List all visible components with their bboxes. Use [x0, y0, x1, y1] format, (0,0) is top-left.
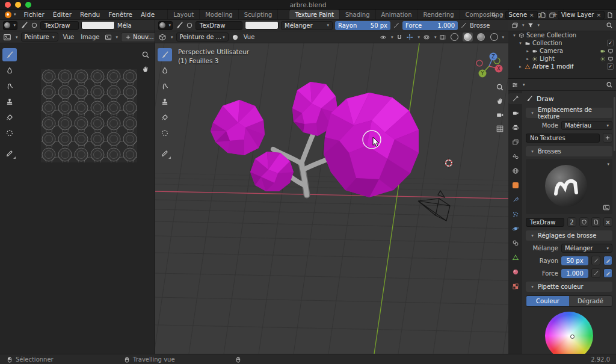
- tool-draw[interactable]: [2, 48, 17, 61]
- tool-smear[interactable]: [158, 79, 172, 93]
- editor-type-icon[interactable]: [511, 22, 519, 29]
- image-mode-dropdown[interactable]: Peinture ▾: [21, 32, 58, 42]
- unlink-brush-button[interactable]: ×: [603, 217, 612, 227]
- scene-selector[interactable]: Scene ×: [505, 11, 538, 19]
- brush-preview-panel[interactable]: ▾: [526, 159, 612, 214]
- fullscreen-window-button[interactable]: [25, 2, 31, 8]
- zoom-icon[interactable]: [496, 83, 504, 91]
- tab-physics[interactable]: [508, 223, 522, 234]
- paint-color-swatch[interactable]: [245, 21, 279, 29]
- blend-mode-dropdown-partial[interactable]: Méla: [117, 22, 132, 29]
- duplicate-brush-icon[interactable]: [591, 217, 600, 227]
- properties-scrollbar[interactable]: [614, 97, 615, 151]
- remove-view-layer-button[interactable]: ×: [596, 12, 601, 18]
- new-scene-icon[interactable]: [540, 11, 547, 19]
- tool-draw[interactable]: [158, 48, 172, 61]
- workspace-tab-texture-paint[interactable]: Texture Paint: [289, 10, 339, 19]
- texture-slot-field[interactable]: No Textures: [526, 134, 600, 143]
- pan-hand-icon[interactable]: [496, 97, 504, 105]
- outliner-row-collection[interactable]: ▾ Collection ✓: [508, 39, 616, 47]
- disclosure-icon[interactable]: ▾: [512, 33, 517, 38]
- search-icon[interactable]: [606, 81, 613, 88]
- tab-tool[interactable]: [508, 93, 522, 104]
- tool-mask[interactable]: [2, 126, 17, 140]
- tool-soften[interactable]: [158, 64, 172, 77]
- brush-tip-icon[interactable]: [186, 22, 193, 29]
- tab-material[interactable]: [508, 267, 522, 277]
- shading-rendered-toggle[interactable]: ▾: [489, 32, 505, 42]
- brush-image-icon[interactable]: [603, 204, 610, 211]
- menu-fenetre[interactable]: Fenêtre: [104, 10, 137, 19]
- menu-vue[interactable]: Vue: [61, 34, 76, 40]
- brush-name-field[interactable]: TexDraw: [196, 21, 242, 30]
- object-checkbox[interactable]: ✓: [607, 63, 614, 70]
- new-view-layer-icon[interactable]: [606, 11, 614, 19]
- outliner-row-light[interactable]: ▸ Light: [508, 55, 616, 63]
- section-color-picker[interactable]: ▾ Pipette couleur: [526, 282, 612, 292]
- workspace-tab-rendering[interactable]: Rendering: [417, 10, 460, 19]
- radius-slider[interactable]: Rayon 50 px: [335, 21, 390, 30]
- color-wheel[interactable]: [545, 312, 593, 354]
- menu-fichier[interactable]: Fichier: [20, 10, 49, 19]
- menu-aide[interactable]: Aide: [137, 10, 159, 19]
- overlays-icon[interactable]: [423, 34, 430, 41]
- tab-constraints[interactable]: [508, 238, 522, 248]
- tool-annotate[interactable]: [2, 147, 17, 160]
- fake-user-shield-icon[interactable]: [579, 217, 588, 227]
- tab-couleur[interactable]: Couleur: [526, 296, 569, 306]
- blender-menu-button[interactable]: ▾: [0, 10, 20, 19]
- radius-slider[interactable]: 50 px: [561, 256, 588, 265]
- tab-degrade[interactable]: Dégradé: [569, 296, 612, 306]
- menu-vue[interactable]: Vue: [242, 34, 257, 40]
- workspace-tab-uv-editing[interactable]: [277, 10, 289, 19]
- render-visibility-icon[interactable]: [608, 56, 614, 62]
- interaction-mode-dropdown[interactable]: Peinture de ... ▾: [176, 32, 229, 42]
- xray-toggle-icon[interactable]: [439, 34, 446, 41]
- light-data-icon[interactable]: [600, 56, 606, 62]
- strength-stylus-icon[interactable]: [603, 268, 612, 278]
- shading-material-toggle[interactable]: [476, 32, 486, 42]
- workspace-tab-shading[interactable]: Shading: [339, 10, 375, 19]
- menu-editer[interactable]: Éditer: [49, 10, 76, 19]
- chevron-down-icon[interactable]: ▾: [607, 162, 609, 167]
- tool-annotate[interactable]: [158, 147, 172, 160]
- menu-image[interactable]: Image: [79, 34, 101, 40]
- tool-clone[interactable]: [158, 95, 172, 108]
- strength-slider[interactable]: Force 1.000: [402, 21, 458, 30]
- tool-smear[interactable]: [2, 79, 17, 93]
- tool-fill[interactable]: [158, 111, 172, 124]
- section-texture-slots[interactable]: ▾ Emplacements de texture: [526, 108, 612, 118]
- gizmos-icon[interactable]: [406, 34, 413, 41]
- paint-color-swatch[interactable]: [81, 21, 115, 29]
- navigation-gizmo[interactable]: Z X Y: [476, 53, 503, 78]
- outliner-row-arbre[interactable]: ▸ Arbre 1 modif ✓: [508, 63, 616, 70]
- tab-output[interactable]: [508, 122, 522, 133]
- tool-soften[interactable]: [2, 64, 17, 77]
- gizmo-neg-x[interactable]: [476, 60, 482, 66]
- image-browse-icon[interactable]: [105, 34, 112, 41]
- radius-stylus-icon[interactable]: [603, 256, 612, 265]
- brush-popover-label[interactable]: Brosse: [470, 22, 490, 29]
- search-icon[interactable]: [606, 22, 613, 29]
- add-texture-slot-button[interactable]: [603, 133, 612, 143]
- new-image-button[interactable]: Nouv...: [121, 32, 155, 42]
- blend-dropdown[interactable]: Mélanger ▾: [561, 244, 612, 253]
- strength-pressure-icon[interactable]: [460, 22, 467, 29]
- texture-preview[interactable]: [41, 69, 137, 162]
- unlink-scene-button[interactable]: ×: [529, 12, 534, 18]
- tool-clone[interactable]: [2, 95, 17, 108]
- brush-preview-dropdown[interactable]: ▾: [158, 21, 173, 30]
- disclosure-icon[interactable]: ▸: [525, 57, 530, 61]
- viewport-3d[interactable]: Z X Y Perspective Utilisateur (1) Feuill…: [155, 43, 508, 354]
- pan-hand-icon[interactable]: [141, 65, 150, 73]
- minimize-window-button[interactable]: [15, 2, 21, 8]
- brush-preview-dropdown[interactable]: ▾: [3, 21, 17, 30]
- tab-modifiers[interactable]: [508, 194, 522, 205]
- camera-data-icon[interactable]: [600, 48, 606, 54]
- blend-mode-dropdown[interactable]: Mélanger ▾: [281, 21, 333, 30]
- disclosure-icon[interactable]: ▸: [525, 49, 530, 54]
- workspace-tab-layout[interactable]: Layout: [167, 10, 199, 19]
- brush-name-field[interactable]: TexDraw: [526, 218, 564, 227]
- radius-pressure-icon[interactable]: [393, 22, 400, 29]
- tab-scene[interactable]: [508, 151, 522, 162]
